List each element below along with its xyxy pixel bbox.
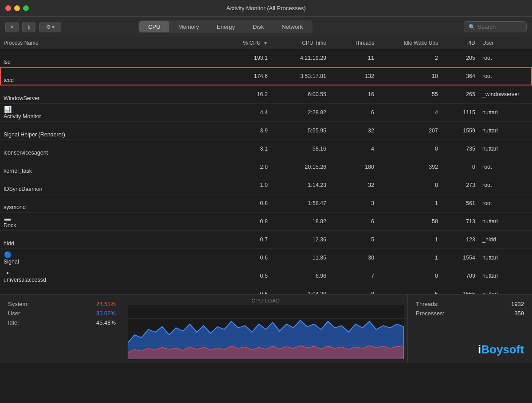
pid-cell: 1554: [442, 249, 479, 267]
table-row[interactable]: ▬ Dock 0.8 18.82 6 58 713 huttarl: [0, 213, 532, 231]
process-name-text: Signal Helper (Renderer): [4, 132, 65, 138]
titlebar: Activity Monitor (All Processes): [0, 0, 532, 17]
table-row[interactable]: Signal Helper (GPU) 0.5 1:04.20 8 5 1555…: [0, 285, 532, 294]
user-cell: huttarl: [479, 122, 532, 140]
idle-cell: 0: [378, 267, 442, 285]
table-row[interactable]: tccd 174.6 3:53:17.81 132 10 364 root: [0, 67, 532, 85]
idle-stat-row: Idle: 45.48%: [8, 319, 116, 326]
process-icon: [4, 124, 12, 132]
process-icon: ▪: [4, 269, 12, 277]
user-cell: huttarl: [479, 285, 532, 294]
cputime-cell: 12.36: [271, 231, 330, 249]
process-name-cell: Signal Helper (Renderer): [0, 122, 223, 140]
cpu-load-label: CPU LOAD: [251, 298, 280, 303]
pid-cell: 1115: [442, 104, 479, 122]
maximize-button[interactable]: [23, 5, 29, 11]
process-name: sysmond: [4, 196, 220, 210]
table-row[interactable]: sysmond 0.8 1:58.47 3 1 561 root: [0, 194, 532, 213]
idle-cell: 5: [378, 285, 442, 294]
table-row[interactable]: lsd 193.1 4:21:19.29 11 2 205 root: [0, 49, 532, 67]
user-cell: _windowserver: [479, 85, 532, 104]
cpu-cell: 0.8: [223, 194, 271, 213]
table-row[interactable]: 🔵 Signal 0.6 11.85 30 1 1554 huttarl: [0, 249, 532, 267]
col-header-cpu[interactable]: % CPU ▼: [223, 37, 271, 49]
close-button[interactable]: [5, 5, 11, 11]
threads-cell: 3: [330, 194, 378, 213]
cputime-cell: 5:55.95: [271, 122, 330, 140]
process-name-cell: WindowServer: [0, 85, 223, 104]
process-name: lsd: [4, 51, 220, 65]
process-name-cell: kernel_task: [0, 158, 223, 176]
process-name-cell: 🔵 Signal: [0, 249, 223, 267]
search-box[interactable]: 🔍: [464, 21, 527, 32]
threads-cell: 8: [330, 285, 378, 294]
info-button[interactable]: ℹ: [22, 22, 35, 32]
threads-label: Threads:: [416, 301, 438, 307]
process-icon: ▬: [4, 214, 12, 222]
process-name: 🔵 Signal: [4, 251, 220, 265]
idle-cell: 207: [378, 122, 442, 140]
process-icon: [4, 178, 12, 186]
cputime-cell: 11.85: [271, 249, 330, 267]
idle-value: 45.48%: [96, 319, 116, 326]
process-name-cell: 📊 Activity Monitor: [0, 104, 223, 122]
tab-network[interactable]: Network: [273, 21, 312, 32]
user-cell: root: [479, 49, 532, 67]
table-row[interactable]: hidd 0.7 12.36 5 1 123 _hidd: [0, 231, 532, 249]
cputime-cell: 6.96: [271, 267, 330, 285]
user-cell: _hidd: [479, 231, 532, 249]
col-header-pid[interactable]: PID: [442, 37, 479, 49]
threads-cell: 6: [330, 104, 378, 122]
cpu-cell: 0.6: [223, 249, 271, 267]
table-row[interactable]: 📊 Activity Monitor 4.4 2:28.82 6 4 1115 …: [0, 104, 532, 122]
sort-arrow-cpu: ▼: [263, 41, 268, 46]
tab-energy[interactable]: Energy: [208, 21, 244, 32]
gear-button[interactable]: ⚙ ▾: [39, 22, 61, 32]
table-row[interactable]: kernel_task 2.0 20:15.26 180 392 0 root: [0, 158, 532, 176]
pid-cell: 713: [442, 213, 479, 231]
threads-cell: 132: [330, 67, 378, 85]
user-value: 30.02%: [96, 310, 116, 317]
cputime-cell: 2:28.82: [271, 104, 330, 122]
col-header-cputime[interactable]: CPU Time: [271, 37, 330, 49]
tab-disk[interactable]: Disk: [244, 21, 273, 32]
tab-cpu[interactable]: CPU: [139, 21, 169, 32]
close-icon-btn[interactable]: ✕: [5, 22, 19, 32]
table-row[interactable]: iconservicesagent 3.1 58.16 4 0 735 hutt…: [0, 140, 532, 158]
user-cell: root: [479, 158, 532, 176]
cpu-cell: 174.6: [223, 67, 271, 85]
process-name: kernel_task: [4, 160, 220, 174]
minimize-button[interactable]: [14, 5, 20, 11]
process-name: 📊 Activity Monitor: [4, 105, 220, 120]
tab-memory[interactable]: Memory: [169, 21, 208, 32]
process-name-cell: hidd: [0, 231, 223, 249]
table-row[interactable]: IDSyncDaemon 1.0 1:14.23 32 8 273 root: [0, 176, 532, 194]
cpu-cell: 193.1: [223, 49, 271, 67]
idle-cell: 1: [378, 231, 442, 249]
x-icon: ✕: [10, 24, 14, 30]
cputime-cell: 18.82: [271, 213, 330, 231]
process-icon: [4, 196, 12, 204]
cpu-cell: 16.2: [223, 85, 271, 104]
window-title: Activity Monitor (All Processes): [226, 5, 305, 12]
col-header-process[interactable]: Process Name: [0, 37, 223, 49]
col-header-threads[interactable]: Threads: [330, 37, 378, 49]
table-row[interactable]: ▪ universalaccessd 0.5 6.96 7 0 709 hutt…: [0, 267, 532, 285]
threads-cell: 32: [330, 176, 378, 194]
system-value: 24.51%: [96, 301, 116, 307]
process-icon: 🔵: [4, 251, 12, 259]
col-header-idle[interactable]: Idle Wake Ups: [378, 37, 442, 49]
toolbar: ✕ ℹ ⚙ ▾ CPU Memory Energy Disk Network 🔍: [0, 17, 532, 37]
gear-icon: ⚙: [46, 24, 51, 30]
threads-cell: 7: [330, 267, 378, 285]
bottom-right-stats: Threads: 1932 Processes: 359 iBoysoft: [408, 294, 532, 363]
table-row[interactable]: Signal Helper (Renderer) 3.9 5:55.95 32 …: [0, 122, 532, 140]
search-input[interactable]: [477, 23, 522, 30]
idle-cell: 8: [378, 176, 442, 194]
process-icon: [4, 232, 12, 240]
table-row[interactable]: WindowServer 16.2 6:00.55 16 55 265 _win…: [0, 85, 532, 104]
process-name: tccd: [4, 69, 220, 83]
user-cell: huttarl: [479, 213, 532, 231]
col-header-user[interactable]: User: [479, 37, 532, 49]
process-icon: 📊: [4, 105, 12, 113]
